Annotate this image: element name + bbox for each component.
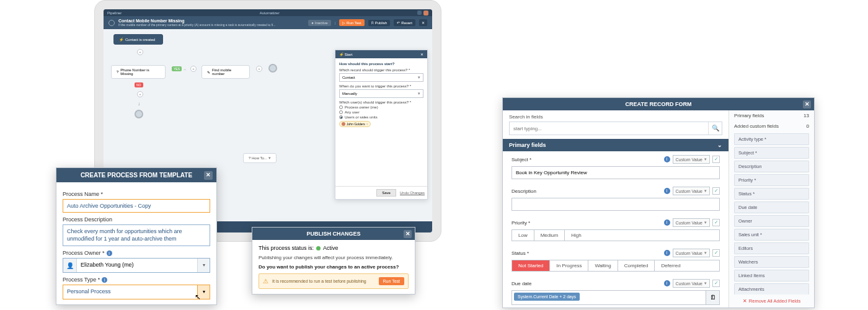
yes-branch: YES	[172, 66, 182, 71]
gear-icon[interactable]	[108, 20, 115, 26]
info-icon[interactable]: i	[664, 188, 670, 194]
undo-changes-link[interactable]: Undo Changes	[400, 191, 425, 195]
close-icon: ✕	[743, 298, 747, 304]
sidebar-field-item[interactable]: Activity type *	[734, 133, 809, 145]
priority-medium[interactable]: Medium	[534, 230, 565, 241]
status-deferred[interactable]: Deferred	[655, 260, 686, 271]
close-icon[interactable]: ✕	[404, 230, 412, 238]
start-panel-footer: Save Undo Changes	[335, 186, 427, 199]
start-panel: ⚡ Start ✕ How should this process start?…	[335, 50, 428, 200]
user-chip[interactable]: John Golders ×	[339, 121, 371, 127]
primary-fields-stat: Primary fields13	[729, 110, 814, 121]
custom-value-select[interactable]: Custom Value ▾	[673, 249, 710, 257]
close-icon[interactable]: ✕	[803, 100, 811, 108]
info-icon[interactable]: i	[664, 250, 670, 256]
end-node[interactable]	[268, 64, 277, 73]
chevron-down-icon: ▾	[197, 259, 210, 272]
confirm-icon[interactable]: ✓	[712, 219, 720, 226]
process-title: Contact Mobile Number Missing	[118, 19, 304, 23]
add-step-button[interactable]: +	[137, 91, 143, 97]
process-name-input[interactable]	[63, 199, 210, 213]
add-step-button[interactable]: +	[137, 49, 143, 55]
due-date-input[interactable]: System.Current Date + 2 days 🗓	[512, 290, 720, 305]
info-icon[interactable]: i	[107, 250, 112, 256]
close-button[interactable]: ✕	[419, 19, 427, 26]
confirm-icon[interactable]: ✓	[712, 156, 720, 163]
add-step-button[interactable]: +	[256, 66, 262, 72]
calendar-icon[interactable]: 🗓	[706, 291, 719, 304]
search-icon[interactable]: 🔍	[708, 122, 722, 135]
crf-title: CREATE RECORD FORM	[626, 101, 692, 107]
priority-segmented[interactable]: Low Medium High	[512, 229, 720, 241]
condition-node[interactable]: ? Phone Number is Missing	[111, 65, 166, 79]
confirm-icon[interactable]: ✓	[712, 280, 720, 287]
custom-value-select[interactable]: Custom Value ▾	[673, 155, 710, 164]
no-branch: NO	[135, 82, 143, 87]
sidebar-field-item[interactable]: Due date	[734, 202, 809, 213]
sidebar-field-item[interactable]: Sales unit *	[734, 229, 809, 241]
status-segmented[interactable]: Not Started In Progress Waiting Complete…	[512, 260, 720, 272]
close-icon[interactable]: ✕	[420, 52, 423, 56]
process-type-select[interactable]: Personal Process ▾ ↖	[63, 285, 210, 299]
priority-low[interactable]: Low	[512, 230, 534, 241]
remove-all-fields-link[interactable]: ✕ Remove All Added Fields	[729, 294, 814, 308]
howto-button[interactable]: ? How To... ▾	[243, 153, 277, 163]
end-node[interactable]	[135, 110, 143, 118]
section-primary-fields[interactable]: Primary fields ⌄	[503, 139, 728, 151]
add-step-button[interactable]: +	[190, 66, 197, 72]
confirm-icon[interactable]: ✓	[712, 249, 720, 257]
priority-label: Priority *	[512, 220, 530, 226]
priority-high[interactable]: High	[565, 230, 587, 241]
inactive-button[interactable]: ● Inactive	[308, 20, 330, 26]
process-desc-input[interactable]: Check every month for opportunities whic…	[63, 224, 210, 246]
status-completed[interactable]: Completed	[618, 260, 655, 271]
start-node[interactable]: ⚡ Contact is created	[113, 34, 163, 45]
info-icon[interactable]: i	[102, 277, 107, 283]
status-not-started[interactable]: Not Started	[512, 260, 550, 271]
confirm-icon[interactable]: ✓	[712, 187, 720, 195]
search-input[interactable]	[510, 122, 708, 135]
save-button[interactable]: Save	[376, 189, 396, 197]
run-test-button[interactable]: Run Test	[379, 277, 405, 285]
sidebar-field-item[interactable]: Watchers	[734, 256, 809, 268]
radio-users-units[interactable]: Users or sales units	[339, 115, 423, 119]
trigger-record-select[interactable]: Contact▾	[339, 73, 423, 82]
publish-button[interactable]: ⎘ Publish	[368, 20, 391, 26]
avatar[interactable]	[423, 11, 428, 16]
sidebar-field-item[interactable]: Linked Items	[734, 270, 809, 281]
info-icon[interactable]: i	[664, 156, 670, 162]
custom-value-select[interactable]: Custom Value ▾	[673, 187, 710, 195]
custom-value-select[interactable]: Custom Value ▾	[673, 218, 710, 227]
custom-value-select[interactable]: Custom Value ▾	[673, 279, 710, 288]
sidebar-field-item[interactable]: Attachments	[734, 283, 809, 294]
create-modal-header: CREATE PROCESS FROM TEMPLATE ✕	[56, 168, 216, 182]
sidebar-field-item[interactable]: Status *	[734, 188, 809, 200]
subject-input[interactable]	[512, 166, 720, 179]
radio-process-owner[interactable]: Process owner (me)	[339, 105, 423, 109]
app-title: Automatizer	[260, 11, 280, 15]
revert-button[interactable]: ↶ Revert	[394, 19, 415, 26]
action-node[interactable]: ✎ Find mobile number	[202, 65, 250, 79]
close-icon[interactable]: ✕	[204, 171, 213, 180]
due-date-label: Due date	[512, 281, 531, 286]
create-record-form: CREATE RECORD FORM ✕ Search in fields 🔍 …	[502, 97, 815, 308]
sidebar-field-item[interactable]: Editors	[734, 242, 809, 254]
info-icon[interactable]: i	[664, 280, 670, 286]
status-in-progress[interactable]: In Progress	[550, 260, 588, 271]
run-test-button[interactable]: ▷ Run Test	[339, 19, 365, 26]
trigger-when-label: When do you want to trigger this process…	[339, 84, 423, 88]
sidebar-field-item[interactable]: Subject *	[734, 147, 809, 159]
create-process-modal: CREATE PROCESS FROM TEMPLATE ✕ Process N…	[56, 167, 217, 305]
sidebar-field-item[interactable]: Owner	[734, 215, 809, 227]
description-input[interactable]	[512, 198, 720, 211]
radio-any-user[interactable]: Any user	[339, 110, 423, 114]
process-owner-select[interactable]: 👤 Elizabeth Young (me) ▾	[63, 258, 210, 273]
trigger-when-select[interactable]: Manually▾	[339, 89, 423, 98]
sidebar-field-item[interactable]: Description	[734, 161, 809, 172]
date-chip[interactable]: System.Current Date + 2 days	[514, 293, 580, 301]
grid-icon[interactable]	[417, 11, 422, 15]
process-owner-label: Process Owner *i	[63, 250, 210, 256]
info-icon[interactable]: i	[664, 219, 670, 226]
status-waiting[interactable]: Waiting	[588, 260, 618, 271]
sidebar-field-item[interactable]: Priority *	[734, 174, 809, 186]
